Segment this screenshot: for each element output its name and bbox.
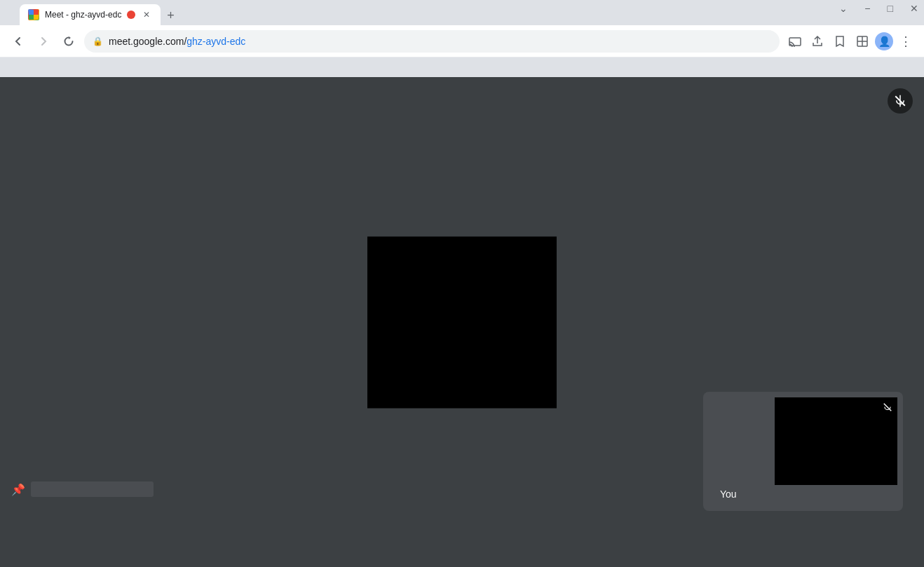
- meet-area: 📌 You: [0, 77, 924, 567]
- new-tab-button[interactable]: +: [161, 6, 180, 25]
- back-button[interactable]: [8, 32, 28, 51]
- share-button[interactable]: [808, 32, 827, 51]
- active-tab[interactable]: Meet - ghz-ayvd-edc ✕: [20, 4, 161, 25]
- refresh-button[interactable]: [59, 32, 79, 51]
- maximize-button[interactable]: □: [888, 3, 893, 14]
- svg-rect-3: [34, 15, 39, 20]
- address-bar[interactable]: 🔒 meet.google.com/ghz-ayvd-edc: [84, 30, 780, 53]
- minimize-button[interactable]: −: [864, 3, 870, 14]
- tab-close-button[interactable]: ✕: [141, 9, 152, 20]
- nav-bar: 🔒 meet.google.com/ghz-ayvd-edc: [0, 25, 924, 57]
- svg-rect-2: [29, 15, 34, 20]
- close-button[interactable]: ✕: [910, 3, 918, 14]
- recording-dot: [127, 11, 135, 19]
- tab-title: Meet - ghz-ayvd-edc: [45, 10, 121, 20]
- pin-icon: 📌: [11, 483, 25, 496]
- reader-mode-button[interactable]: [852, 32, 872, 51]
- window-controls-right: ⌄ − □ ✕: [839, 3, 918, 14]
- forward-button[interactable]: [34, 32, 53, 51]
- more-menu-button[interactable]: ⋮: [896, 32, 916, 51]
- tab-favicon: [28, 9, 39, 20]
- title-bar: Meet - ghz-ayvd-edc ✕ + ⌄ − □ ✕: [0, 0, 924, 25]
- svg-rect-1: [34, 10, 39, 15]
- lock-icon: 🔒: [93, 36, 103, 46]
- self-video-thumbnail[interactable]: You: [703, 392, 903, 511]
- browser-chrome: Meet - ghz-ayvd-edc ✕ + ⌄ − □ ✕: [0, 0, 924, 77]
- pinned-participant-name: [31, 481, 154, 497]
- profile-avatar[interactable]: 👤: [875, 32, 893, 50]
- cast-button[interactable]: [785, 32, 805, 51]
- main-video-feed: [367, 236, 557, 408]
- nav-actions: 👤 ⋮: [785, 32, 916, 51]
- chevron-down-icon[interactable]: ⌄: [839, 3, 848, 14]
- self-mute-icon: [878, 397, 897, 417]
- self-label: You: [712, 486, 745, 505]
- svg-rect-0: [29, 10, 34, 15]
- pin-label-area: 📌: [11, 481, 154, 497]
- top-right-mute-indicator: [888, 88, 913, 114]
- tab-bar: Meet - ghz-ayvd-edc ✕ +: [14, 0, 186, 25]
- bookmark-button[interactable]: [830, 32, 850, 51]
- url-text: meet.google.com/ghz-ayvd-edc: [109, 36, 245, 47]
